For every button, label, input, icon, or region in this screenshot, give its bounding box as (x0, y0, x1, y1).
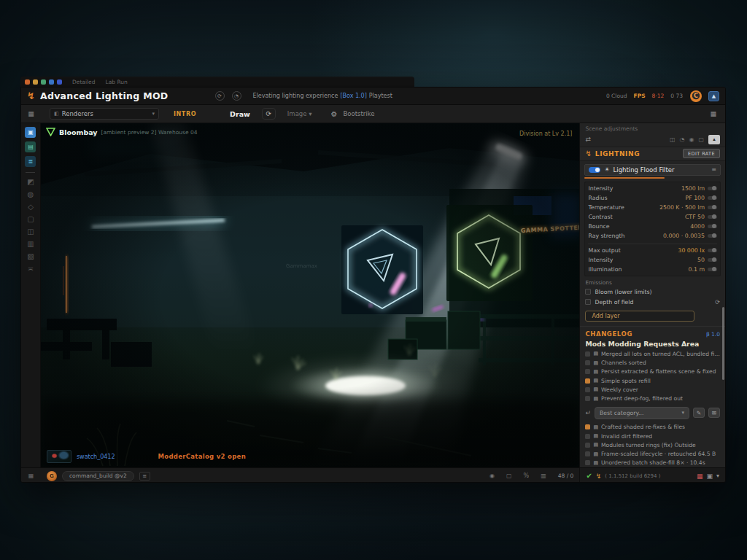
property-slider[interactable] (708, 206, 717, 209)
catalog-warning[interactable]: ModderCatalog v2 open (158, 453, 246, 460)
rail-bottom-icon[interactable]: ▦ (21, 468, 41, 483)
tab-draw[interactable]: Draw (230, 110, 250, 118)
assistant-icon[interactable]: ▲ (708, 91, 719, 101)
property-row[interactable]: Illumination 0.1 m (588, 265, 717, 274)
settings-gear-icon[interactable]: ⚙ (330, 110, 337, 118)
category-select[interactable]: Best category... ▾ (595, 407, 689, 419)
history-icon[interactable]: ⟳ (215, 91, 225, 101)
changelog-item[interactable]: ▤ Frame-scaled lifecycle · retouched 64.… (585, 450, 720, 459)
depth-checkbox-row[interactable]: Depth of field ⟳ (585, 298, 720, 306)
visibility-icon[interactable]: ◉ (489, 472, 495, 479)
info-icon[interactable]: ◔ (232, 91, 241, 101)
property-row[interactable]: Bounce 4000 (588, 222, 717, 231)
tab-image[interactable]: Image ▾ (287, 110, 312, 117)
app-dot-icon[interactable] (33, 79, 38, 85)
property-slider[interactable] (708, 258, 717, 262)
changelog-item[interactable]: ▤ Crafted shaded re-fixes & files (585, 423, 720, 432)
intro-badge[interactable]: INTRO (174, 111, 196, 117)
checkbox[interactable] (585, 289, 591, 295)
app-dot-icon[interactable] (57, 79, 62, 85)
chevron-down-icon[interactable]: ▾ (716, 472, 719, 479)
changelog-item[interactable]: ▤ Simple spots refill (585, 376, 720, 385)
collapse-button[interactable]: ▴ (708, 135, 720, 144)
checkbox[interactable] (585, 299, 591, 305)
property-slider[interactable] (708, 268, 717, 271)
target-icon[interactable]: ◉ (689, 136, 694, 143)
changelog-item[interactable]: ▤ Persist extracted & flattens scene & f… (585, 368, 720, 376)
property-slider[interactable] (708, 196, 717, 200)
command-chip[interactable]: command_build @v2 (62, 471, 134, 481)
images-tool-icon[interactable]: ▣ (25, 127, 36, 138)
frame-icon[interactable]: ◫ (670, 136, 676, 143)
frame-tool-icon[interactable]: ◫ (27, 228, 34, 236)
layers-tool-icon[interactable]: ≣ (25, 156, 36, 167)
assets-tool-icon[interactable]: ▤ (25, 141, 36, 152)
property-row[interactable]: Intensity 50 (588, 255, 717, 265)
percent-icon[interactable]: % (524, 472, 530, 479)
app-dot-icon[interactable] (49, 79, 54, 85)
property-slider[interactable] (708, 225, 717, 228)
changelog-item[interactable]: ▤ Channels sorted (585, 359, 720, 368)
properties-panel: Scene adjustments ⇄ ◫ ◔ ◉ ▢ ▴ ↯ LIGHTNIN… (579, 123, 725, 467)
mask-tool-icon[interactable]: ◍ (28, 190, 34, 199)
add-layer-button[interactable]: Add layer (585, 311, 694, 322)
property-slider[interactable] (708, 234, 717, 238)
property-row[interactable]: Temperature 2500 K · 500 lm (588, 203, 717, 212)
grid-tool-icon[interactable]: ▥ (27, 240, 34, 249)
menu-item[interactable]: Detailed (72, 79, 95, 85)
chart-icon[interactable]: ▥ (541, 472, 546, 479)
menu-item[interactable]: Lab Run (105, 79, 127, 85)
app-dot-icon[interactable] (25, 79, 30, 85)
box-status-icon[interactable]: ▣ (706, 472, 713, 480)
category-input-row: ↵ Best category... ▾ ✎ ✉ (585, 407, 720, 419)
property-row[interactable]: Contrast CTF 50 (588, 212, 717, 222)
property-label: Contrast (588, 214, 682, 220)
property-row[interactable]: Ray strength 0.000 · 0.0035 (588, 231, 717, 241)
bootstrike-label[interactable]: Bootstrike (343, 110, 374, 117)
crop-tool-icon[interactable]: ▢ (27, 215, 34, 224)
scene-viewport[interactable]: GAMMA SPOTTER GAMMA SPOTTER Gammamax (41, 123, 579, 467)
layer-toggle[interactable] (589, 167, 600, 173)
swap-icon[interactable]: ⇄ (585, 136, 591, 143)
bounds-icon[interactable]: ▢ (506, 472, 512, 479)
swatch-label[interactable]: swatch_0412 (77, 454, 115, 460)
app-dot-icon[interactable] (41, 79, 46, 85)
swatch-thumbnail[interactable] (47, 450, 71, 463)
user-avatar[interactable]: C (690, 90, 702, 102)
timer-icon[interactable]: ◔ (679, 136, 684, 143)
layer-name: Lighting Flood Filter (614, 166, 708, 174)
box-icon[interactable]: ▢ (698, 136, 704, 143)
changelog-item[interactable]: ▤ Weekly cover (585, 385, 720, 394)
property-row[interactable]: Intensity 1500 lm (588, 184, 717, 193)
changelog-item[interactable]: ▤ Prevent deep-fog, filtered out (585, 394, 720, 403)
changelog-item[interactable]: ▤ Invalid dirt filtered (585, 432, 720, 440)
property-slider[interactable] (708, 187, 717, 190)
layer-row[interactable]: ☀ Lighting Flood Filter ≡ (584, 164, 721, 176)
select-tool-icon[interactable]: ◩ (27, 178, 34, 187)
panel-scrollbar[interactable] (722, 307, 724, 380)
command-menu-button[interactable]: ≡ (139, 472, 150, 481)
shape-tool-icon[interactable]: ◇ (28, 203, 34, 211)
property-row[interactable]: Radius PF 100 (588, 193, 717, 203)
session-avatar[interactable]: G (47, 471, 57, 481)
renderers-dropdown[interactable]: ◧ Renderers ▾ (50, 108, 159, 120)
bloom-checkbox-row[interactable]: Bloom (lower limits) (585, 288, 720, 296)
changelog-item[interactable]: ▤ Merged all lots on turned ACL, bundled… (585, 349, 720, 358)
property-slider[interactable] (708, 215, 717, 219)
changelog-item[interactable]: ▤ Unordered batch shade-fill 8× · 10.4s (585, 459, 720, 467)
edit-rate-button[interactable]: EDIT RATE (683, 149, 720, 158)
requests-title: Mods Modding Requests Area (585, 340, 720, 348)
align-tool-icon[interactable]: ≍ (28, 265, 34, 273)
send-button[interactable]: ✉ (708, 408, 720, 418)
property-slider[interactable] (708, 249, 717, 252)
refresh-icon[interactable]: ⟳ (715, 299, 720, 306)
changelog-item[interactable]: ▤ Modules turned rings (fix) Outside (585, 440, 720, 449)
attach-button[interactable]: ✎ (693, 408, 705, 418)
grid-view-icon[interactable]: ▦ (21, 110, 41, 117)
rotate-button[interactable]: ⟳ (262, 108, 276, 120)
grid-status-icon[interactable]: ▦ (697, 472, 703, 480)
layer-menu-icon[interactable]: ≡ (711, 166, 716, 173)
pattern-tool-icon[interactable]: ▧ (27, 252, 34, 261)
layout-grid-icon[interactable]: ▦ (710, 110, 716, 117)
property-row[interactable]: Max output 30 000 lx (588, 246, 717, 255)
